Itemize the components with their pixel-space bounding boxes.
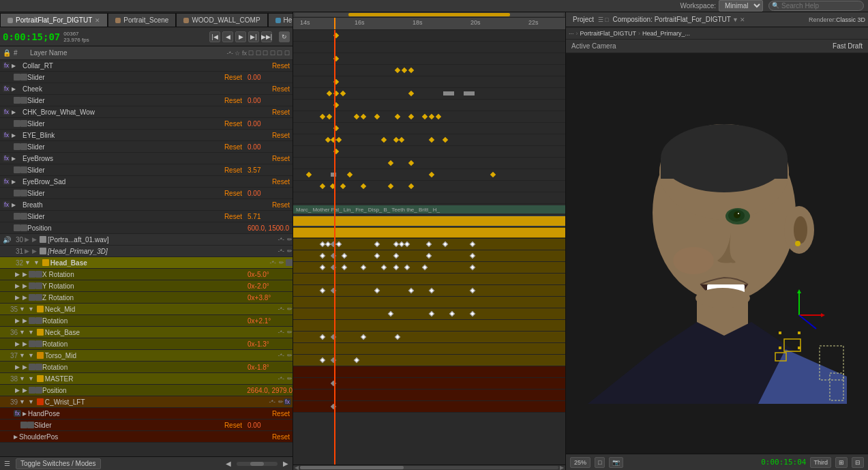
loop-button[interactable]: ↻ xyxy=(279,31,290,42)
layer-value[interactable]: 0x-1.8° xyxy=(245,364,293,371)
layer-value[interactable]: 0x+3.8° xyxy=(245,294,293,302)
timeline-hscroll[interactable]: ◀ ▶ xyxy=(293,465,565,470)
expand-icon[interactable]: ▼ xyxy=(25,259,31,266)
reset-button[interactable]: Reset xyxy=(224,143,245,151)
zoom-display[interactable]: 25% xyxy=(570,457,590,468)
layer-value[interactable]: 0.00 xyxy=(245,74,293,81)
layer-value[interactable]: 0.00 xyxy=(245,97,293,104)
expand-icon2[interactable]: ▶ xyxy=(23,317,27,324)
reset-button[interactable]: Reset xyxy=(272,178,293,186)
expand-icon[interactable]: ▼ xyxy=(19,329,25,336)
reset-button[interactable]: Reset xyxy=(272,433,293,441)
reset-button[interactable]: Reset xyxy=(224,190,245,197)
expand-icon[interactable]: ▶ xyxy=(12,109,16,115)
layer-row[interactable]: 🔊 30 ▶ ▶ [Portra...aft_01.wav] -*- ✏ xyxy=(0,234,293,246)
edit-icon[interactable]: ✏ xyxy=(287,352,293,359)
layer-row[interactable]: fx ▶ EYE_Blink Reset xyxy=(0,130,293,141)
layer-row[interactable]: Slider Reset 0.00 xyxy=(0,118,293,130)
reset-button[interactable]: Reset xyxy=(272,62,293,70)
expand-icon[interactable]: ▶ xyxy=(15,282,20,289)
tab-close-icon[interactable]: ✕ xyxy=(95,17,100,24)
scroll-right-icon[interactable]: ▶ xyxy=(283,460,288,467)
layer-value[interactable]: 0.00 xyxy=(245,143,293,151)
layer-row[interactable]: ▶ ▶ Z Rotation 0x+3.8° xyxy=(0,292,293,304)
timeline-scroll-area[interactable] xyxy=(293,12,565,18)
layer-row[interactable]: ▶ ▶ Position 2664.0, 2979.0 xyxy=(0,385,293,396)
expand-icon2[interactable]: ▼ xyxy=(28,375,34,382)
comp-options-icon[interactable]: ▼ xyxy=(732,16,738,23)
layer-row[interactable]: Slider Reset 3.57 xyxy=(0,164,293,176)
expand-icon[interactable]: ▼ xyxy=(19,375,25,382)
layer-row[interactable]: 32 ▼ ▼ Head_Base -*- ✏ xyxy=(0,257,293,269)
expand-icon2[interactable]: ▶ xyxy=(23,340,27,347)
layer-value[interactable]: 0x-2.0° xyxy=(245,282,293,290)
edit-icon[interactable]: ✏ xyxy=(287,248,293,254)
layer-value[interactable]: 0x+2.1° xyxy=(245,317,293,325)
layer-row[interactable]: fx ▶ HandPose Reset xyxy=(0,408,293,420)
layer-row[interactable]: ▶ ▶ X Rotation 0x-5.0° xyxy=(0,269,293,280)
expand-icon[interactable]: ▼ xyxy=(19,306,25,312)
edit-icon[interactable]: ✏ xyxy=(287,375,293,382)
reset-button[interactable]: Reset xyxy=(272,132,293,139)
project-tab[interactable]: Project xyxy=(569,16,598,23)
layer-row[interactable]: ▶ ▶ Y Rotation 0x-2.0° xyxy=(0,280,293,292)
layer-row[interactable]: fx ▶ Breath Reset xyxy=(0,199,293,211)
expand-icon[interactable]: ▼ xyxy=(19,352,25,359)
layer-row[interactable]: Slider Reset 5.71 xyxy=(0,211,293,222)
layer-row[interactable]: fx ▶ CHK_Brow_What_Wow Reset xyxy=(0,106,293,118)
toggle-switches-button[interactable]: Toggle Switches / Modes xyxy=(16,458,101,469)
layer-row[interactable]: fx ▶ Collar_RT Reset xyxy=(0,60,293,72)
layer-row[interactable]: 36 ▼ ▼ Neck_Base -*- ✏ xyxy=(0,327,293,338)
expand-icon[interactable]: ▶ xyxy=(12,156,16,162)
layer-row[interactable]: ▶ ShoulderPos Reset xyxy=(0,431,293,443)
tab-head-primary[interactable]: Head_Primary_3D xyxy=(268,13,293,27)
expand-icon[interactable]: ▶ xyxy=(15,340,20,347)
reset-button[interactable]: Reset xyxy=(272,410,293,417)
expand-icon2[interactable]: ▼ xyxy=(33,259,40,266)
layer-value[interactable]: 0.00 xyxy=(245,422,293,429)
layer-row[interactable]: Slider Reset 0.00 xyxy=(0,188,293,199)
reset-button[interactable]: Reset xyxy=(272,201,293,209)
current-time-display[interactable]: 0:00:15;07 xyxy=(3,31,60,42)
expand-icon[interactable]: ▶ xyxy=(12,86,16,92)
edit-icon[interactable]: ✏ xyxy=(279,259,284,266)
close-comp-icon[interactable]: ✕ xyxy=(740,16,745,23)
layout-2-button[interactable]: ⊟ xyxy=(852,457,864,468)
layer-row[interactable]: 31 ▶ ▶ [Head_Primary_3D] -*- ✏ xyxy=(0,246,293,257)
layer-value[interactable]: 0.00 xyxy=(245,190,293,197)
reset-button[interactable]: Reset xyxy=(272,85,293,93)
expand-icon[interactable]: ▶ xyxy=(15,317,20,324)
viewport-canvas[interactable] xyxy=(566,53,868,454)
layer-value[interactable]: 0x-5.0° xyxy=(245,271,293,278)
layer-row[interactable]: 37 ▼ ▼ Torso_Mid -*- ✏ xyxy=(0,350,293,362)
layer-row[interactable]: ▶ ▶ Rotation 0x-1.8° xyxy=(0,362,293,373)
expand-icon[interactable]: ▶ xyxy=(15,294,20,301)
layer-row[interactable]: 35 ▼ ▼ Neck_Mid -*- ✏ xyxy=(0,304,293,315)
scroll-left-btn[interactable]: ◀ xyxy=(293,465,300,470)
prev-frame-button[interactable]: ◀ xyxy=(222,31,233,42)
layer-row[interactable]: 39 ▼ ▼ C_Wrist_LFT -*- ✏ fx xyxy=(0,396,293,408)
tab-portrait-scene[interactable]: Portrait_Scene xyxy=(108,13,176,27)
expand-icon2[interactable]: ▼ xyxy=(28,329,34,336)
scroll-left-icon[interactable]: ◀ xyxy=(226,460,231,467)
layer-value[interactable]: 0.00 xyxy=(245,120,293,128)
expand-icon[interactable]: ▶ xyxy=(12,202,16,208)
layer-row[interactable]: Slider Reset 0.00 xyxy=(0,95,293,106)
layer-row[interactable]: Slider Reset 0.00 xyxy=(0,420,293,431)
reset-button[interactable]: Reset xyxy=(224,213,245,220)
hscroll-track[interactable] xyxy=(300,466,558,469)
fit-button[interactable]: □ xyxy=(595,457,605,468)
search-input[interactable] xyxy=(768,1,864,11)
reset-button[interactable]: Reset xyxy=(224,422,245,429)
reset-button[interactable]: Reset xyxy=(272,155,293,162)
layout-1-button[interactable]: ⊞ xyxy=(835,457,848,468)
expand-icon[interactable]: ▶ xyxy=(23,411,27,417)
expand-icon2[interactable]: ▶ xyxy=(23,294,27,301)
scroll-right-btn[interactable]: ▶ xyxy=(558,465,565,470)
expand-icon[interactable]: ▶ xyxy=(12,132,16,138)
expand-icon[interactable]: ▶ xyxy=(15,364,20,370)
tab-wood-wall[interactable]: WOOD_WALL_COMP xyxy=(176,13,267,27)
layer-value[interactable]: 3.57 xyxy=(245,166,293,174)
expand-icon2[interactable]: ▶ xyxy=(23,282,27,289)
toggle-switches-icon[interactable]: ☰ xyxy=(4,460,10,467)
